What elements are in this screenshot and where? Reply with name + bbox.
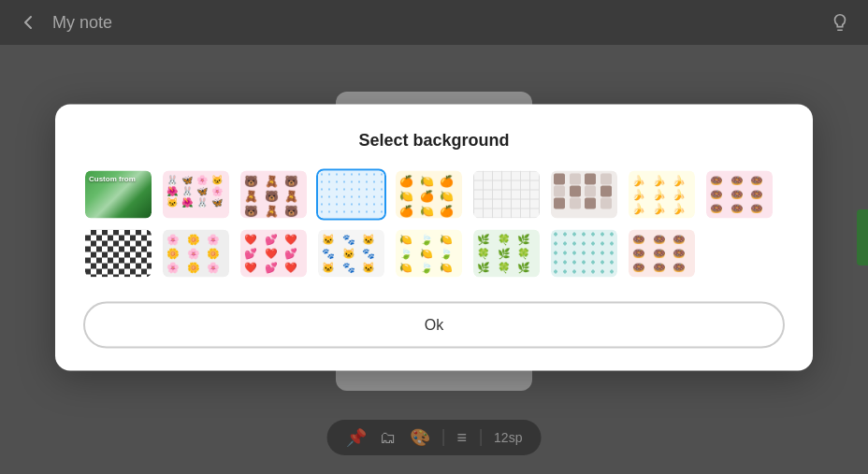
background-option-13[interactable]: 🐱🐾🐱 🐾🐱🐾 🐱🐾🐱: [316, 227, 386, 279]
background-option-7[interactable]: [549, 168, 619, 220]
background-grid: Custom from 🐰🦋🌸🐱 🌺🐰🦋🌸 🐱🌺🐰🦋 🐻🧸🐻 🧸🐻🧸 🐻🧸🐻: [83, 168, 785, 279]
background-option-4[interactable]: [316, 168, 386, 220]
background-option-10[interactable]: [83, 227, 153, 279]
background-option-8[interactable]: 🍌🍌🍌 🍌🍌🍌 🍌🍌🍌: [627, 168, 697, 220]
background-option-16[interactable]: [549, 227, 619, 279]
background-option-1[interactable]: Custom from: [83, 168, 153, 220]
background-option-9[interactable]: 🍩🍩🍩 🍩🍩🍩 🍩🍩🍩: [704, 168, 774, 220]
background-option-12[interactable]: ❤️💕❤️ 💕❤️💕 ❤️💕❤️: [239, 227, 309, 279]
background-option-5[interactable]: 🍊🍋🍊 🍋🍊🍋 🍊🍋🍊: [394, 168, 464, 220]
dialog-title: Select background: [83, 130, 785, 150]
background-option-3[interactable]: 🐻🧸🐻 🧸🐻🧸 🐻🧸🐻: [239, 168, 309, 220]
background-option-15[interactable]: 🌿🍀🌿 🍀🌿🍀 🌿🍀🌿: [471, 227, 542, 279]
background-option-2[interactable]: 🐰🦋🌸🐱 🌺🐰🦋🌸 🐱🌺🐰🦋: [161, 168, 231, 220]
background-option-6[interactable]: [471, 168, 542, 220]
ok-button[interactable]: Ok: [83, 301, 785, 348]
select-background-dialog: Select background Custom from 🐰🦋🌸🐱 🌺🐰🦋🌸 …: [55, 104, 813, 370]
background-option-11[interactable]: 🌸🌼🌸 🌼🌸🌼 🌸🌼🌸: [161, 227, 231, 279]
background-option-17[interactable]: 🍩🍩🍩 🍩🍩🍩 🍩🍩🍩: [627, 227, 697, 279]
background-option-14[interactable]: 🍋🍃🍋 🍃🍋🍃 🍋🍃🍋: [394, 227, 464, 279]
